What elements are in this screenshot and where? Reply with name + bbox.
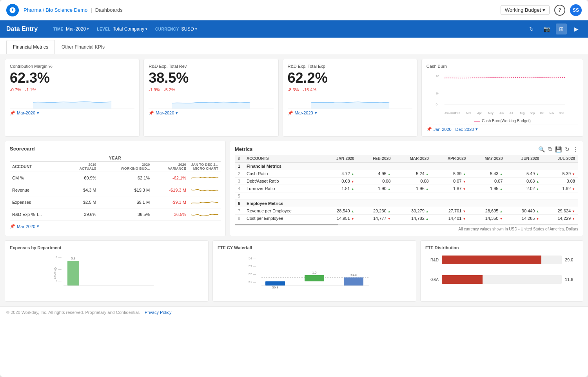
svg-text:May: May (488, 112, 494, 115)
pin-icon-2: 📌 (149, 111, 154, 116)
scorecard-table: YEAR ACCOUNT 2019ACTUALS 2020WORKING BUD… (10, 155, 221, 221)
svg-text:Oct: Oct (540, 112, 544, 114)
kpi-footer-2[interactable]: 📌 Mar-2020 ▾ (149, 109, 273, 116)
svg-text:8 —: 8 — (56, 256, 62, 259)
kpi-title-2: R&D Exp. Total Rev (149, 64, 273, 69)
kpi-footer-3[interactable]: 📌 Mar-2020 ▾ (288, 109, 412, 116)
metrics-table: # ACCOUNTS JAN-2020 FEB-2020 MAR-2020 AP… (235, 155, 578, 222)
screenshot-button[interactable]: 📷 (541, 24, 552, 34)
help-button[interactable]: ? (554, 5, 565, 16)
table-scrollbar[interactable] (235, 224, 578, 225)
svg-text:Sep: Sep (530, 112, 535, 115)
svg-text:5.9: 5.9 (71, 257, 76, 260)
svg-text:Aug: Aug (519, 112, 524, 115)
svg-text:Nov: Nov (549, 112, 554, 114)
kpi-title-3: R&D Exp. Total Exp. (288, 64, 412, 69)
fte-distribution-card: FTE Distribution R&D 29.0 G&A (420, 240, 583, 302)
svg-rect-21 (67, 261, 79, 286)
kpi-value-1: 62.3% (10, 70, 134, 86)
kpi-rnd-exp: R&D Exp. Total Exp. 62.2% -8.3% -15.4% 📌… (283, 59, 417, 137)
top-nav: Pharma / Bio Science Demo | Dashboards W… (0, 0, 588, 20)
fte-val-ga: 11.8 (565, 277, 577, 282)
metrics-group-employee: 6 Employee Metrics (235, 200, 578, 207)
metrics-row: 4 Turnover Ratio 1.81 ▲ 1.90 ▲ 1.96 ▲ 1.… (235, 185, 578, 192)
cash-burn-footer[interactable]: 📌 Jan-2020 - Dec-2020 ▾ (426, 125, 578, 132)
kpi-title-1: Contribution Margin % (10, 64, 134, 69)
kpi-deltas-1: -0.7% -1.1% (10, 87, 134, 92)
pin-icon-1: 📌 (10, 111, 15, 116)
sparkline-3 (288, 94, 412, 109)
fte-distribution-title: FTE Distribution (425, 245, 578, 250)
level-filter[interactable]: LEVEL Total Company ▾ (97, 26, 147, 32)
kpi-deltas-2: -1.9% -5.2% (149, 87, 273, 92)
kpi-rnd-rev: R&D Exp. Total Rev 38.5% -1.9% -5.2% 📌 M… (143, 59, 278, 137)
svg-text:%: % (436, 92, 438, 95)
tab-other-kpis[interactable]: Other Financial KPIs (55, 40, 111, 54)
cash-burn-legend: Cash Burn(Working Budget) (426, 119, 578, 123)
middle-row: Scorecard YEAR ACCOUNT 2019ACTUALS 2020W… (5, 141, 583, 236)
svg-text:1.0: 1.0 (312, 271, 317, 274)
fte-label-ga: G&A (427, 277, 439, 282)
metrics-card: Metrics 🔍 ⧉ 💾 ↻ ⋮ # ACCOUNTS JAN (230, 141, 583, 236)
video-button[interactable]: ▶ (571, 24, 582, 34)
svg-text:54 —: 54 — (249, 257, 256, 260)
tabs-bar: Financial Metrics Other Financial KPIs (0, 38, 588, 54)
page-title: Data Entry (6, 25, 38, 33)
grid-view-button[interactable]: ⊞ (556, 24, 567, 34)
svg-text:51 —: 51 — (249, 280, 256, 284)
breadcrumb-page[interactable]: Dashboards (95, 7, 123, 13)
scorecard-row: Revenue $4.3 M $19.3 M -$19.3 M (10, 184, 221, 196)
sparkline-1 (10, 94, 134, 109)
time-filter[interactable]: TIME Mar-2020 ▾ (53, 26, 89, 32)
working-budget-button[interactable]: Working Budget ▾ (501, 5, 550, 15)
scorecard-title: Scorecard (10, 146, 221, 152)
sparkline-2 (149, 94, 273, 109)
tab-financial-metrics[interactable]: Financial Metrics (6, 40, 55, 54)
fte-row-ga: G&A 11.8 (427, 275, 577, 284)
metrics-header: Metrics 🔍 ⧉ 💾 ↻ ⋮ (235, 146, 578, 152)
kpi-row: Contribution Margin % 62.3% -0.7% -1.1% … (5, 59, 583, 137)
currency-filter[interactable]: CURRENCY $USD ▾ (155, 26, 197, 32)
breadcrumb-separator: | (91, 7, 92, 13)
scorecard-card: Scorecard YEAR ACCOUNT 2019ACTUALS 2020W… (5, 141, 226, 236)
header-actions: ↻ 📷 ⊞ ▶ (526, 24, 582, 34)
kpi-value-2: 38.5% (149, 70, 273, 86)
company-name[interactable]: Pharma / Bio Science Demo (24, 7, 87, 13)
refresh-icon[interactable]: ↻ (565, 146, 570, 152)
bottom-row: Expenses by Department 8 — 6 — 4 — $,000… (5, 240, 583, 302)
svg-rect-31 (305, 275, 324, 281)
fte-waterfall-title: FTE CY Waterfall (218, 245, 411, 250)
copy-icon[interactable]: ⧉ (548, 146, 552, 152)
metrics-empty-row: 5 (235, 192, 578, 200)
breadcrumb: Pharma / Bio Science Demo | Dashboards (24, 7, 123, 13)
fte-bar-rnd (442, 256, 562, 264)
search-icon[interactable]: 🔍 (538, 146, 545, 152)
save-icon[interactable]: 💾 (555, 146, 562, 152)
expenses-by-dept-card: Expenses by Department 8 — 6 — 4 — $,000… (5, 240, 209, 302)
copyright-text: © 2020 Workday, Inc. All rights reserved… (6, 310, 140, 315)
refresh-button[interactable]: ↻ (526, 24, 537, 34)
fte-waterfall-card: FTE CY Waterfall 54 — 53 — 52 — 51 — 50.… (212, 240, 416, 302)
metrics-row: 3 Debt/Asset Ratio 0.08 ▼ 0.08 0.08 0.07… (235, 178, 578, 185)
workday-logo (6, 4, 19, 16)
fte-waterfall-chart: 54 — 53 — 52 — 51 — 50.8 1.0 51.8 (218, 252, 411, 295)
kpi-deltas-3: -8.3% -15.4% (288, 87, 412, 92)
metrics-title: Metrics (235, 146, 253, 152)
kpi-cash-burn: Cash Burn 20 % 0 Jan-2020 Feb (421, 59, 583, 137)
kpi-footer-1[interactable]: 📌 Mar-2020 ▾ (10, 109, 134, 116)
svg-text:50.8: 50.8 (272, 286, 278, 289)
fte-label-rnd: R&D (427, 258, 439, 262)
svg-text:$,000,000: $,000,000 (53, 267, 56, 279)
user-avatar[interactable]: SS (570, 4, 582, 16)
expenses-by-dept-chart: 8 — 6 — 4 — $,000,000 5.9 (10, 252, 203, 295)
pin-icon-scorecard: 📌 (10, 224, 15, 229)
scorecard-row: CM % 60.9% 62.1% -62.1% (10, 172, 221, 184)
kpi-value-3: 62.2% (288, 70, 412, 86)
metrics-row: 2 Cash Ratio 4.72 ▲ 4.95 ▲ 5.24 ▲ 5.39 ▲… (235, 170, 578, 178)
more-icon[interactable]: ⋮ (573, 146, 578, 152)
kpi-contribution-margin: Contribution Margin % 62.3% -0.7% -1.1% … (5, 59, 140, 137)
scorecard-footer[interactable]: 📌 Mar-2020 ▾ (10, 221, 221, 229)
main-content: Contribution Margin % 62.3% -0.7% -1.1% … (0, 54, 588, 306)
privacy-link[interactable]: Privacy Policy (145, 310, 171, 315)
svg-text:4 —: 4 — (56, 279, 62, 283)
